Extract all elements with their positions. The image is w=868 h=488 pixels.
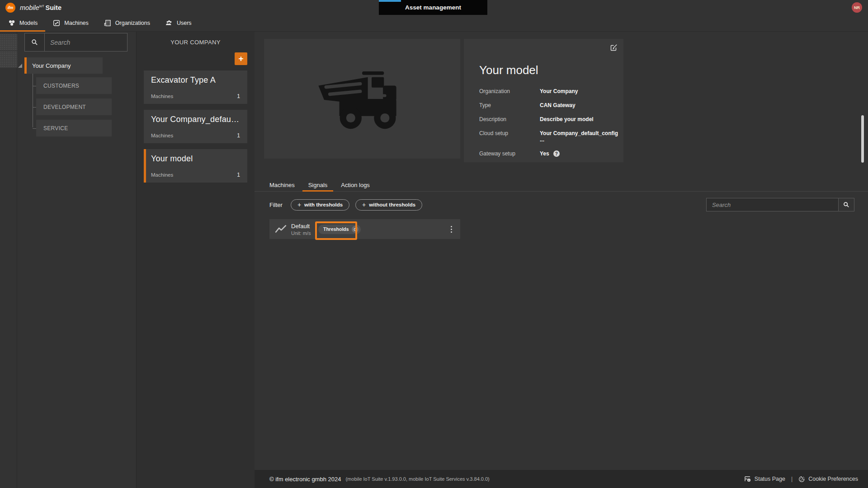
signal-name: Default (291, 223, 315, 230)
footer-separator: | (791, 476, 793, 482)
status-page-icon (744, 476, 751, 482)
nav-item-organizations[interactable]: Organizations (96, 15, 158, 31)
help-icon[interactable]: ? (553, 150, 560, 157)
machines-count-label: Machines (151, 133, 173, 138)
model-card-default-config[interactable]: Your Company_default_... Machines 1 (144, 110, 247, 143)
cookie-icon (798, 476, 805, 483)
tab-signals[interactable]: Signals (302, 179, 334, 191)
cookie-preferences-link[interactable]: Cookie Preferences (798, 476, 858, 483)
machines-count-value: 1 (237, 172, 240, 178)
signals-search-group (706, 198, 854, 211)
model-image-panel (264, 39, 460, 159)
footer-links: Status Page | Cookie Preferences (744, 476, 858, 483)
thresholds-chip[interactable]: Thresholds 0 (318, 225, 361, 234)
models-column-header: YOUR COMPANY (137, 32, 255, 46)
model-fields: Organization Your Company Type CAN Gatew… (479, 88, 623, 157)
content-layout: Your Company CUSTOMERS DEVELOPMENT SERVI… (0, 32, 868, 488)
active-tab-indicator (379, 0, 401, 2)
model-card-your-model[interactable]: Your model Machines 1 (144, 149, 247, 183)
organizations-icon (104, 19, 111, 27)
machines-count-value: 1 (237, 132, 240, 139)
tree-search-box (24, 33, 127, 52)
icon-rail (0, 32, 17, 488)
tree-search-input[interactable] (45, 33, 127, 51)
tree-node-customers[interactable]: CUSTOMERS (36, 77, 112, 94)
plus-icon: + (362, 201, 366, 208)
app-logo[interactable]: ifm mobileIoTSuite (5, 3, 61, 13)
tree-node-service[interactable]: SERVICE (36, 120, 112, 136)
vertical-scrollbar-thumb[interactable] (861, 115, 864, 163)
organization-tree: Your Company CUSTOMERS DEVELOPMENT SERVI… (17, 57, 136, 136)
model-tabs: Machines Signals Action logs (255, 179, 868, 192)
ifm-logo-icon: ifm (5, 3, 15, 13)
signal-chart-icon (275, 224, 287, 234)
copyright-text: © ifm electronic gmbh 2024 (269, 476, 341, 483)
machines-count-label: Machines (151, 94, 173, 99)
field-label: Gateway setup (479, 150, 540, 157)
models-icon (8, 19, 15, 27)
main-content: Your model Organization Your Company Typ… (255, 32, 868, 488)
field-value: CAN Gateway (540, 102, 623, 108)
field-value: Your Company (540, 88, 623, 94)
models-view-button[interactable] (0, 51, 17, 68)
filter-label: Filter (269, 202, 283, 208)
tree-node-development[interactable]: DEVELOPMENT (36, 99, 112, 115)
field-value: Yes ? (540, 150, 623, 157)
organization-tree-panel: Your Company CUSTOMERS DEVELOPMENT SERVI… (17, 32, 136, 488)
field-label: Description (479, 116, 540, 122)
add-model-button[interactable]: + (235, 52, 247, 65)
nav-item-label: Organizations (115, 20, 150, 26)
field-value: Describe your model (540, 116, 623, 122)
machines-count-value: 1 (237, 93, 240, 99)
signal-unit: Unit: m/s (291, 230, 315, 236)
thresholds-count-badge: 0 (352, 226, 359, 233)
field-label: Cloud setup (479, 130, 540, 143)
user-avatar[interactable]: NR (852, 2, 862, 13)
tab-action-logs[interactable]: Action logs (335, 179, 376, 191)
page-title: Asset management (405, 4, 461, 11)
tree-expander-icon[interactable] (18, 64, 22, 68)
machines-icon (53, 19, 60, 27)
edit-model-icon[interactable] (610, 44, 618, 51)
signal-row-default[interactable]: Default Unit: m/s Thresholds 0 (269, 219, 460, 239)
nav-item-models[interactable]: Models (0, 15, 45, 31)
tree-node-your-company[interactable]: Your Company (24, 57, 103, 74)
nav-item-label: Machines (64, 20, 89, 26)
page-title-strip: Asset management (379, 0, 487, 15)
signal-text: Default Unit: m/s (291, 223, 315, 236)
model-card-excavator-type-a[interactable]: Excavator Type A Machines 1 (144, 70, 247, 104)
version-text: (mobile IoT Suite v.1.93.0.0, mobile IoT… (345, 476, 489, 482)
main-nav: Models Machines Organizations Users (0, 15, 868, 32)
field-label: Organization (479, 88, 540, 94)
filter-chip-with-thresholds[interactable]: + with thresholds (291, 199, 349, 211)
status-page-link[interactable]: Status Page (744, 476, 785, 482)
nav-item-users[interactable]: Users (158, 15, 199, 31)
dump-truck-image (315, 61, 410, 137)
top-bar: ifm mobileIoTSuite Asset management NR (0, 0, 868, 15)
model-title: Your model (479, 63, 623, 77)
field-value: Your Company_default_config ... (540, 130, 623, 143)
rail-bottom-tools (0, 479, 17, 485)
model-details-panel: Your model Organization Your Company Typ… (464, 39, 623, 162)
models-column: YOUR COMPANY + Excavator Type A Machines… (136, 32, 255, 488)
model-card-list: Excavator Type A Machines 1 Your Company… (137, 70, 255, 183)
app-name: mobileIoTSuite (20, 4, 61, 11)
nav-item-label: Models (19, 20, 38, 26)
tab-machines[interactable]: Machines (264, 179, 301, 191)
users-icon (165, 19, 173, 27)
signals-search-input[interactable] (706, 198, 839, 211)
footer: © ifm electronic gmbh 2024 (mobile IoT S… (255, 470, 868, 488)
machines-count-label: Machines (151, 172, 173, 178)
signals-filter-row: Filter + with thresholds + without thres… (269, 198, 854, 211)
nav-item-machines[interactable]: Machines (45, 15, 96, 31)
signal-menu-button[interactable] (448, 224, 455, 235)
nav-item-label: Users (177, 20, 192, 26)
search-icon (25, 33, 45, 51)
plus-icon: + (297, 201, 301, 208)
tree-view-button[interactable] (0, 34, 17, 51)
field-label: Type (479, 102, 540, 108)
signals-search-button[interactable] (839, 198, 854, 211)
filter-chip-without-thresholds[interactable]: + without thresholds (355, 199, 422, 211)
